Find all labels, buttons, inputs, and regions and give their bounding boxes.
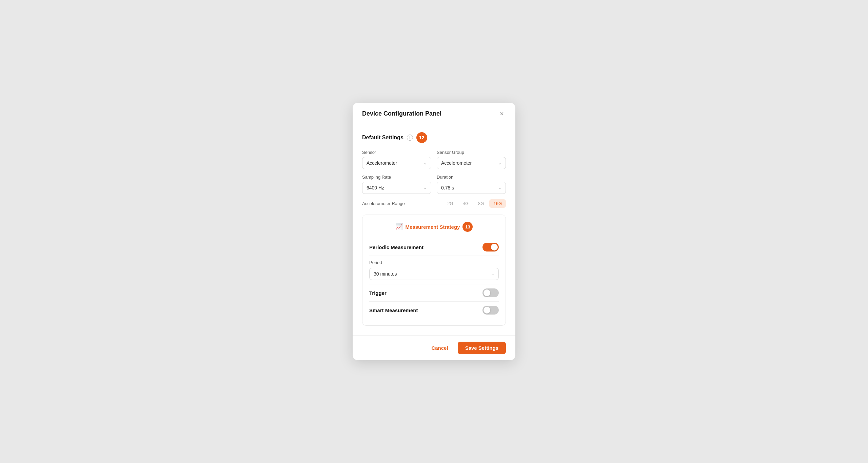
- period-label: Period: [369, 260, 499, 265]
- duration-chevron-icon: ⌄: [498, 185, 501, 190]
- sampling-rate-chevron-icon: ⌄: [423, 185, 427, 190]
- periodic-measurement-label: Periodic Measurement: [369, 244, 423, 250]
- sampling-duration-row: Sampling Rate 6400 Hz ⌄ Duration 0.78 s …: [362, 175, 506, 194]
- sensor-label: Sensor: [362, 150, 431, 155]
- sensor-group-value: Accelerometer: [441, 160, 472, 166]
- sensor-select[interactable]: Accelerometer ⌄: [362, 157, 431, 169]
- modal-title: Device Configuration Panel: [362, 110, 441, 117]
- period-value: 30 minutes: [374, 271, 397, 277]
- period-row: Period 30 minutes ⌄: [369, 256, 499, 284]
- save-settings-button[interactable]: Save Settings: [458, 342, 506, 354]
- range-options: 2G 4G 8G 16G: [443, 199, 506, 208]
- sensor-group-chevron-icon: ⌄: [498, 161, 501, 165]
- duration-label: Duration: [437, 175, 506, 180]
- range-8g[interactable]: 8G: [474, 199, 488, 208]
- sensor-value: Accelerometer: [367, 160, 397, 166]
- smart-toggle-track: [482, 306, 499, 315]
- trigger-row: Trigger: [369, 284, 499, 302]
- accel-range-row: Accelerometer Range 2G 4G 8G 16G: [362, 199, 506, 208]
- modal-header: Device Configuration Panel ×: [353, 103, 515, 124]
- trigger-label: Trigger: [369, 290, 387, 296]
- duration-value: 0.78 s: [441, 185, 454, 190]
- duration-select[interactable]: 0.78 s ⌄: [437, 182, 506, 194]
- periodic-measurement-toggle[interactable]: [482, 243, 499, 251]
- modal-overlay: Device Configuration Panel × Default Set…: [0, 0, 868, 463]
- periodic-measurement-row: Periodic Measurement: [369, 239, 499, 256]
- sensor-group-field: Sensor Group Accelerometer ⌄: [437, 150, 506, 169]
- default-settings-title: Default Settings: [362, 135, 403, 141]
- periodic-toggle-thumb: [491, 244, 498, 250]
- smart-measurement-label: Smart Measurement: [369, 307, 418, 313]
- range-2g[interactable]: 2G: [443, 199, 457, 208]
- smart-measurement-toggle[interactable]: [482, 306, 499, 315]
- cancel-button[interactable]: Cancel: [427, 342, 452, 354]
- sampling-rate-group: Sampling Rate 6400 Hz ⌄: [362, 175, 431, 194]
- sampling-rate-label: Sampling Rate: [362, 175, 431, 180]
- period-chevron-icon: ⌄: [491, 271, 494, 276]
- sampling-rate-select[interactable]: 6400 Hz ⌄: [362, 182, 431, 194]
- strategy-title: Measurement Strategy: [406, 224, 460, 230]
- periodic-toggle-track: [482, 243, 499, 251]
- duration-group: Duration 0.78 s ⌄: [437, 175, 506, 194]
- accel-range-label: Accelerometer Range: [362, 201, 405, 206]
- sensor-group-label: Sensor Group: [437, 150, 506, 155]
- trigger-toggle-thumb: [484, 289, 490, 296]
- modal-footer: Cancel Save Settings: [353, 335, 515, 360]
- period-select[interactable]: 30 minutes ⌄: [369, 268, 499, 280]
- trigger-toggle-track: [482, 288, 499, 297]
- sampling-rate-value: 6400 Hz: [367, 185, 384, 190]
- strategy-badge: 13: [462, 222, 473, 232]
- default-settings-header: Default Settings i 12: [362, 132, 506, 143]
- modal-body: Default Settings i 12 Sensor Acceleromet…: [353, 124, 515, 335]
- sensor-group-row: Sensor Accelerometer ⌄ Sensor Group Acce…: [362, 150, 506, 169]
- info-icon[interactable]: i: [407, 135, 413, 141]
- device-config-modal: Device Configuration Panel × Default Set…: [353, 103, 515, 360]
- range-4g[interactable]: 4G: [459, 199, 473, 208]
- trigger-toggle[interactable]: [482, 288, 499, 297]
- sensor-group: Sensor Accelerometer ⌄: [362, 150, 431, 169]
- smart-measurement-row: Smart Measurement: [369, 302, 499, 319]
- measurement-strategy-box: 📈 Measurement Strategy 13 Periodic Measu…: [362, 215, 506, 326]
- strategy-header: 📈 Measurement Strategy 13: [369, 222, 499, 232]
- smart-toggle-thumb: [484, 307, 490, 314]
- strategy-chart-icon: 📈: [395, 223, 403, 230]
- range-16g[interactable]: 16G: [489, 199, 506, 208]
- default-settings-badge: 12: [416, 132, 427, 143]
- close-button[interactable]: ×: [498, 109, 506, 118]
- sensor-chevron-icon: ⌄: [423, 161, 427, 165]
- sensor-group-select[interactable]: Accelerometer ⌄: [437, 157, 506, 169]
